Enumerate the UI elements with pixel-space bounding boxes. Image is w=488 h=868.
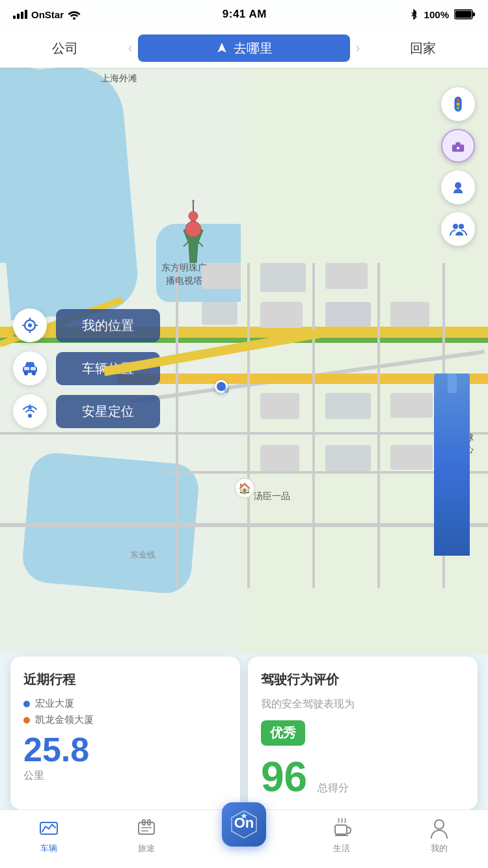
svg-point-28	[24, 372, 28, 375]
svg-point-20	[459, 224, 464, 229]
score-label: 总得分	[318, 781, 349, 795]
group-button[interactable]	[441, 212, 475, 246]
oriental-pearl-tower	[170, 198, 216, 263]
status-bar: OnStar 9:41 AM 100%	[0, 0, 488, 29]
building-4	[202, 302, 237, 325]
navigation-icon	[215, 42, 228, 55]
company-button[interactable]: 公司	[8, 34, 123, 62]
route-label-2: 凯龙金领大厦	[35, 714, 94, 726]
tangchen-poi: 🏠	[234, 478, 255, 498]
my-location-row: 我的位置	[13, 308, 160, 342]
road-v2	[247, 263, 250, 588]
left-arrow: ‹	[128, 40, 133, 57]
driving-eval-title: 驾驶行为评价	[261, 671, 465, 688]
driving-eval-subtitle: 我的安全驾驶表现为	[261, 698, 465, 711]
road-bottom	[0, 523, 488, 527]
excellent-badge: 优秀	[261, 720, 305, 746]
my-location-icon-btn[interactable]	[13, 308, 47, 342]
status-right: 100%	[409, 9, 475, 20]
group-icon	[449, 221, 467, 237]
right-arrow: ›	[355, 40, 360, 57]
svg-point-18	[455, 182, 461, 189]
svg-point-45	[435, 820, 444, 829]
route-item-2: 凯龙金领大厦	[23, 714, 227, 726]
hotel-icon	[451, 139, 465, 153]
search-label: 去哪里	[234, 40, 273, 57]
svg-point-5	[189, 211, 198, 221]
onstar-tab-icon: On	[222, 802, 266, 847]
recent-trips-title: 近期行程	[23, 671, 227, 688]
road-major	[117, 373, 488, 384]
building-3	[325, 263, 368, 289]
route-dot-2	[23, 717, 30, 724]
vehicle-tab-label: 车辆	[40, 843, 57, 854]
svg-point-0	[73, 17, 75, 20]
svg-rect-16	[455, 142, 460, 146]
wifi-icon	[68, 9, 81, 20]
route-item-1: 宏业大厦	[23, 698, 227, 710]
score-number: 96	[261, 756, 307, 798]
bluetooth-icon	[409, 9, 419, 20]
road-v3	[312, 263, 315, 588]
map-area[interactable]: 上海外滩 2号线 东方明珠广播电视塔	[0, 68, 488, 653]
my-location-button[interactable]	[441, 170, 475, 204]
river-west	[0, 68, 65, 263]
status-left: OnStar	[13, 9, 81, 20]
search-button[interactable]: 去哪里	[138, 34, 350, 62]
vehicle-tab-icon	[37, 817, 61, 840]
journey-tab-label: 旅途	[138, 843, 155, 854]
tab-vehicle[interactable]: 车辆	[23, 817, 75, 854]
mine-tab-icon	[427, 817, 451, 840]
road-v1	[176, 263, 178, 588]
svg-rect-43	[335, 825, 347, 834]
tv-tower-container	[170, 198, 216, 265]
road-minor-h	[0, 432, 488, 435]
building-12	[325, 445, 371, 471]
building-9	[325, 393, 371, 419]
svg-point-32	[28, 414, 32, 418]
svg-point-13	[457, 103, 460, 106]
svg-point-22	[28, 323, 32, 327]
wifi-signal-icon	[21, 403, 38, 420]
building-5	[260, 302, 303, 328]
map-right-controls	[441, 87, 475, 246]
journey-tab-icon	[135, 817, 158, 840]
vehicle-icon-btn[interactable]	[13, 351, 47, 385]
bottom-cards: 近期行程 宏业大厦 凯龙金领大厦 25.8 公里 驾驶行为评价 我的安全驾驶表现…	[0, 657, 488, 809]
tab-onstar[interactable]: On	[218, 802, 270, 847]
hotel-button[interactable]	[441, 129, 475, 163]
building-11	[260, 445, 299, 471]
building-6	[325, 302, 371, 327]
svg-point-19	[453, 224, 458, 229]
location-dot-shadow	[224, 388, 229, 393]
svg-point-29	[32, 372, 36, 375]
tab-journey[interactable]: 旅途	[120, 817, 172, 854]
driving-eval-card[interactable]: 驾驶行为评价 我的安全驾驶表现为 优秀 96 总得分	[248, 657, 478, 809]
svg-rect-17	[457, 147, 459, 150]
carrier-name: OnStar	[31, 9, 64, 20]
svg-rect-31	[31, 367, 36, 370]
status-time: 9:41 AM	[223, 8, 267, 21]
my-location-button[interactable]: 我的位置	[56, 309, 160, 342]
svg-point-7	[192, 200, 195, 202]
ifc-tower	[434, 373, 470, 556]
onstar-location-button[interactable]: 安星定位	[56, 395, 160, 428]
score-row: 96 总得分	[261, 756, 465, 798]
tv-tower-label: 东方明珠广播电视塔	[161, 262, 207, 287]
recent-trips-card[interactable]: 近期行程 宏业大厦 凯龙金领大厦 25.8 公里	[10, 657, 240, 809]
building-2	[260, 263, 306, 292]
route-dot-1	[23, 701, 30, 707]
route-label-1: 宏业大厦	[35, 698, 74, 710]
onstar-icon-btn[interactable]	[13, 394, 47, 428]
svg-rect-35	[139, 822, 154, 834]
tab-life[interactable]: 生活	[316, 817, 368, 854]
home-button[interactable]: 回家	[365, 34, 480, 62]
building-10	[390, 393, 433, 418]
life-tab-label: 生活	[333, 843, 350, 854]
svg-rect-2	[455, 11, 471, 18]
traffic-light-button[interactable]	[441, 87, 475, 121]
road-v4	[377, 263, 380, 588]
svg-point-14	[457, 107, 460, 110]
tab-mine[interactable]: 我的	[413, 817, 465, 854]
building-8	[260, 393, 299, 419]
